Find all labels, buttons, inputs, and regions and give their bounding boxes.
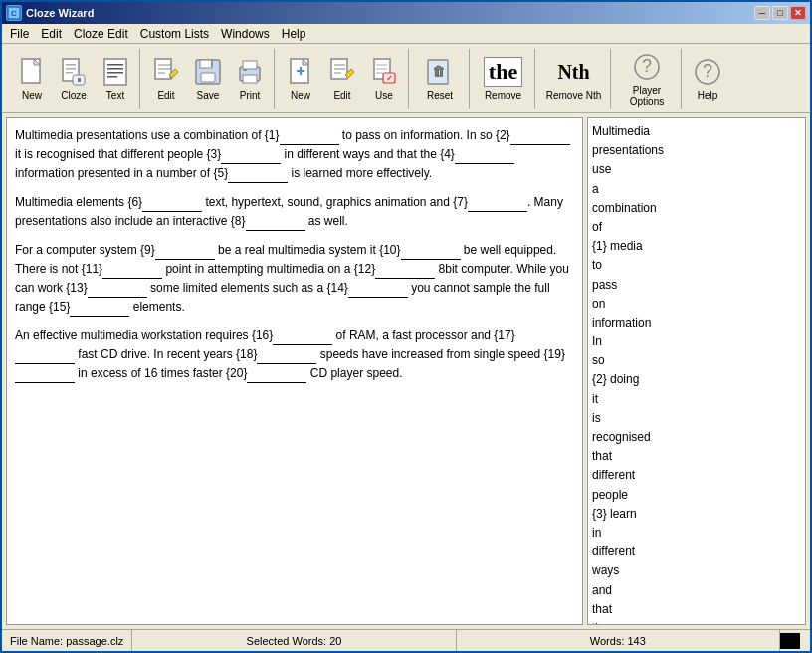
menu-cloze-edit[interactable]: Cloze Edit: [68, 25, 134, 43]
svg-rect-11: [107, 68, 123, 70]
help-label: Help: [698, 90, 718, 101]
svg-rect-10: [107, 64, 123, 66]
sidebar-word: that: [592, 447, 801, 466]
save-label: Save: [197, 90, 220, 101]
help-button[interactable]: ? Help: [688, 51, 727, 107]
sidebar-word: {3} learn: [592, 505, 801, 524]
main-content: Multimedia presentations use a combinati…: [2, 113, 810, 629]
window-title: Cloze Wizard: [26, 7, 754, 19]
sidebar-word-list: Multimedia presentations use a combinati…: [587, 117, 806, 625]
sidebar-word: combination: [592, 199, 801, 218]
sidebar-word: different: [592, 543, 801, 561]
selected-words-segment: Selected Words: 20: [132, 630, 456, 651]
menu-custom-lists[interactable]: Custom Lists: [134, 25, 215, 43]
svg-rect-5: [66, 64, 76, 66]
filename-label: File Name:: [10, 635, 63, 647]
sidebar-word: a: [592, 180, 801, 199]
menu-file[interactable]: File: [4, 25, 35, 43]
sidebar-word: use: [592, 160, 801, 179]
svg-rect-13: [107, 76, 117, 78]
svg-rect-18: [211, 61, 213, 67]
remove-nth-button[interactable]: Nth Remove Nth: [541, 51, 606, 107]
cloze-icon: [58, 56, 90, 88]
filename-segment: File Name: passage.clz: [10, 630, 132, 651]
print-label: Print: [240, 90, 261, 101]
window-controls: ─ □ ✕: [754, 6, 806, 20]
toolbar: New Cloze: [2, 44, 810, 113]
menu-help[interactable]: Help: [276, 25, 312, 43]
status-indicator: [780, 633, 800, 649]
paragraph-2: Multimedia elements {6} text, hypertext,…: [15, 193, 574, 231]
edit2-button[interactable]: Edit: [322, 51, 362, 107]
text-button[interactable]: Text: [96, 51, 135, 107]
edit-button[interactable]: Edit: [146, 51, 186, 107]
reset-button[interactable]: 🗑 Reset: [415, 51, 465, 107]
save-icon: [192, 56, 224, 88]
sidebar-word: pass: [592, 276, 801, 295]
remove-nth-icon: Nth: [544, 56, 604, 88]
remove-button[interactable]: the Remove: [476, 51, 530, 107]
sidebar-word: recognised: [592, 428, 801, 447]
new2-button[interactable]: New: [281, 51, 320, 107]
cloze-button[interactable]: Cloze: [54, 51, 94, 107]
svg-text:?: ?: [703, 61, 712, 81]
remove-the-icon: the: [479, 56, 528, 88]
sidebar-word: {2} doing: [592, 370, 801, 389]
remove-nth-label: Remove Nth: [546, 90, 602, 101]
paragraph-4: An effective multimedia workstation requ…: [15, 326, 574, 383]
reset-label: Reset: [427, 90, 453, 101]
edit-label: Edit: [157, 90, 174, 101]
text-icon: [100, 56, 131, 88]
svg-rect-16: [200, 60, 212, 68]
menu-windows[interactable]: Windows: [215, 25, 276, 43]
svg-text:🗑: 🗑: [432, 64, 445, 79]
passage-text[interactable]: Multimedia presentations use a combinati…: [6, 117, 583, 625]
sidebar-word: is: [592, 409, 801, 428]
new2-label: New: [291, 90, 310, 101]
status-bar: File Name: passage.clz Selected Words: 2…: [2, 629, 810, 651]
svg-rect-8: [73, 75, 85, 85]
toolbar-group-6: Nth Remove Nth: [537, 49, 611, 109]
selected-words-value: 20: [329, 635, 341, 647]
player-options-button[interactable]: ? Player Options: [617, 51, 677, 107]
print-button[interactable]: Print: [230, 51, 270, 107]
sidebar-word: of: [592, 218, 801, 237]
svg-rect-21: [243, 75, 257, 83]
sidebar-word: in: [592, 524, 801, 543]
close-button[interactable]: ✕: [790, 6, 806, 20]
minimize-button[interactable]: ─: [754, 6, 770, 20]
menu-bar: File Edit Cloze Edit Custom Lists Window…: [2, 24, 810, 44]
help-icon: ?: [692, 56, 723, 88]
svg-rect-6: [66, 68, 76, 70]
save-button[interactable]: Save: [188, 51, 228, 107]
remove-label: Remove: [485, 90, 521, 101]
use-button[interactable]: ✓ Use: [364, 51, 404, 107]
sidebar-word: In: [592, 332, 801, 351]
print-icon: [234, 56, 266, 88]
svg-rect-20: [243, 61, 257, 69]
use-label: Use: [375, 90, 393, 101]
menu-edit[interactable]: Edit: [35, 25, 68, 43]
words-segment: Words: 143: [457, 630, 780, 651]
sidebar-word: presentations: [592, 141, 801, 160]
svg-rect-17: [201, 73, 215, 82]
maximize-button[interactable]: □: [772, 6, 788, 20]
sidebar-word: to: [592, 256, 801, 275]
sidebar-word: ways: [592, 561, 801, 580]
toolbar-group-3: New Edit ✓: [277, 49, 409, 109]
sidebar-word: Multimedia: [592, 122, 801, 141]
app-icon: C: [6, 5, 22, 21]
main-window: C Cloze Wizard ─ □ ✕ File Edit Cloze Edi…: [0, 0, 812, 653]
reset-icon: 🗑: [424, 56, 456, 88]
new-button[interactable]: New: [12, 51, 52, 107]
sidebar-word: on: [592, 295, 801, 314]
title-bar: C Cloze Wizard ─ □ ✕: [2, 2, 810, 24]
filename-value: passage.clz: [66, 635, 123, 647]
svg-text:✓: ✓: [386, 74, 393, 83]
paragraph-3: For a computer system {9} be a real mult…: [15, 241, 574, 317]
edit2-icon: [326, 56, 358, 88]
edit-icon: [150, 56, 182, 88]
toolbar-group-8: ? Help: [684, 49, 731, 109]
sidebar-word: information: [592, 314, 801, 332]
use-icon: ✓: [368, 56, 400, 88]
